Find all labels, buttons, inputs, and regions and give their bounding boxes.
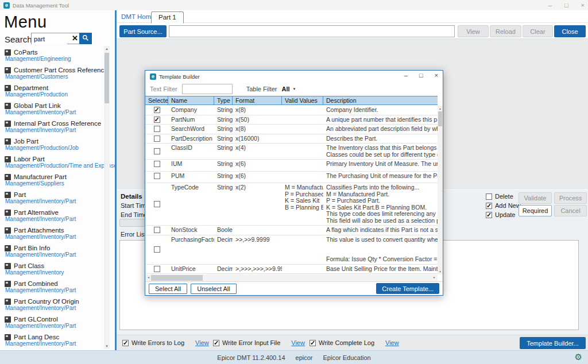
scroll-up-icon[interactable]: ▲ bbox=[438, 107, 443, 110]
unselect-all-button[interactable]: Unselect All bbox=[191, 284, 236, 294]
scroll-up-icon[interactable]: ▲ bbox=[104, 47, 110, 51]
delete-checkbox[interactable] bbox=[486, 193, 492, 200]
maximize-icon[interactable]: □ bbox=[564, 0, 568, 10]
row-checkbox[interactable] bbox=[154, 107, 160, 113]
write-errors-group: Write Errors to Log View bbox=[122, 339, 209, 346]
scrollbar-thumb[interactable] bbox=[105, 53, 109, 103]
col-selected[interactable]: Selected bbox=[145, 96, 168, 104]
reload-button[interactable]: Reload bbox=[490, 25, 521, 37]
write-errors-checkbox[interactable] bbox=[122, 340, 129, 346]
write-error-input-checkbox[interactable] bbox=[213, 340, 219, 346]
col-description[interactable]: Description bbox=[323, 96, 438, 104]
sidebar-menu-item[interactable]: Part Class Management/Inventory bbox=[0, 261, 102, 278]
template-builder-button[interactable]: Template Builder... bbox=[520, 337, 586, 349]
view-error-input-link[interactable]: View bbox=[291, 339, 305, 346]
table-vertical-scrollbar[interactable]: ▲ ▼ bbox=[438, 106, 443, 274]
scrollbar-thumb[interactable] bbox=[151, 275, 203, 281]
text-filter-input[interactable] bbox=[182, 84, 233, 94]
sidebar-menu-item[interactable]: Manufacturer Part Management/Suppliers bbox=[0, 172, 102, 189]
table-row[interactable]: Company String x(8) Company Identifier. bbox=[145, 106, 438, 115]
view-button[interactable]: View bbox=[458, 25, 489, 37]
row-checkbox[interactable] bbox=[154, 173, 160, 179]
process-button[interactable]: Process bbox=[554, 192, 587, 204]
validate-button[interactable]: Validate bbox=[519, 192, 552, 204]
write-complete-group: Write Complete Log View bbox=[310, 339, 399, 346]
table-horizontal-scrollbar[interactable]: ◄ ► bbox=[145, 274, 438, 281]
sidebar-scrollbar[interactable]: ▲ ▼ bbox=[104, 46, 110, 349]
row-checkbox[interactable] bbox=[154, 117, 160, 123]
sidebar-menu-item[interactable]: Part Bin Info Management/Inventory/Part bbox=[0, 243, 102, 261]
search-input[interactable] bbox=[32, 34, 67, 44]
table-row[interactable]: PUM String x(6) The Purchasing Unit of m… bbox=[145, 172, 438, 184]
module-icon bbox=[5, 85, 11, 91]
sidebar-menu-item[interactable]: CoParts Management/Engineering bbox=[0, 47, 102, 65]
sidebar-menu-item[interactable]: Internal Part Cross Reference Management… bbox=[0, 118, 102, 136]
table-row[interactable]: TypeCode String x(2) M = Manufactured P … bbox=[145, 183, 438, 226]
row-checkbox[interactable] bbox=[154, 148, 160, 154]
scroll-left-icon[interactable]: ◄ bbox=[147, 276, 150, 279]
row-checkbox[interactable] bbox=[154, 227, 160, 233]
clear-button[interactable]: Clear bbox=[523, 25, 553, 37]
table-row[interactable]: IUM String x(6) Primary Inventory Unit o… bbox=[145, 160, 438, 172]
update-checkbox[interactable] bbox=[486, 212, 492, 218]
scroll-right-icon[interactable]: ► bbox=[433, 276, 436, 279]
view-errors-link[interactable]: View bbox=[195, 339, 209, 346]
search-button[interactable] bbox=[79, 33, 92, 44]
dialog-close-icon[interactable]: × bbox=[435, 72, 438, 79]
cell-format: x(4) bbox=[233, 144, 282, 153]
col-name[interactable]: Name bbox=[168, 96, 214, 104]
sidebar-menu-item[interactable]: Part Country Of Origin Management/Invent… bbox=[0, 296, 102, 314]
row-checkbox[interactable] bbox=[154, 246, 160, 253]
source-file-input[interactable] bbox=[169, 25, 455, 37]
tab-part-1[interactable]: Part 1 bbox=[151, 11, 184, 24]
sidebar-menu-item[interactable]: Global Part Link Management/Inventory/Pa… bbox=[0, 100, 102, 118]
sidebar-menu-item[interactable]: Part Alternative Management/Inventory/Pa… bbox=[0, 207, 102, 225]
settings-gear-icon[interactable]: ⚙ bbox=[575, 352, 582, 362]
row-checkbox[interactable] bbox=[154, 135, 160, 142]
dialog-minimize-icon[interactable]: – bbox=[404, 72, 408, 79]
row-checkbox[interactable] bbox=[154, 266, 160, 272]
sidebar-menu-item[interactable]: Customer Part Cross Reference Management… bbox=[0, 65, 102, 83]
table-row[interactable]: SearchWord String x(8) An abbreviated pa… bbox=[145, 125, 438, 134]
scrollbar-thumb[interactable] bbox=[438, 111, 442, 126]
sidebar-menu-item[interactable]: Part GLControl Management/Inventory/Part bbox=[0, 314, 102, 332]
table-row[interactable]: NonStock Boolean A flag which indicates … bbox=[145, 226, 438, 235]
minimize-icon[interactable]: – bbox=[548, 0, 552, 10]
cell-description: Classifies Parts into the following... M… bbox=[323, 183, 438, 225]
tab-dmt-home[interactable]: DMT Home bbox=[121, 13, 155, 20]
sidebar-menu-item[interactable]: Part Combined Management/Inventory/Part bbox=[0, 278, 102, 296]
write-complete-checkbox[interactable] bbox=[310, 340, 316, 346]
col-type[interactable]: Type bbox=[214, 96, 233, 104]
clear-search-icon[interactable]: ✕ bbox=[72, 34, 78, 42]
create-template-button[interactable]: Create Template... bbox=[376, 283, 439, 294]
menu-item-label: Department bbox=[14, 84, 48, 91]
table-filter-select[interactable]: All ▼ bbox=[281, 86, 296, 92]
sidebar-menu-item[interactable]: Part Attachments Management/Inventory/Pa… bbox=[0, 225, 102, 243]
dialog-maximize-icon[interactable]: □ bbox=[419, 72, 423, 79]
row-checkbox[interactable] bbox=[154, 161, 160, 167]
scroll-down-icon[interactable]: ▼ bbox=[104, 344, 110, 348]
row-checkbox[interactable] bbox=[154, 201, 160, 207]
col-format[interactable]: Format bbox=[233, 96, 282, 104]
close-icon[interactable]: × bbox=[581, 0, 585, 10]
view-complete-link[interactable]: View bbox=[385, 339, 399, 346]
select-all-button[interactable]: Select All bbox=[149, 284, 187, 294]
sidebar-menu-item[interactable]: Job Part Management/Production/Job bbox=[0, 136, 102, 154]
part-source-button[interactable]: Part Source... bbox=[119, 25, 167, 37]
sidebar-menu-item[interactable]: Labor Part Management/Production/Time an… bbox=[0, 154, 102, 172]
close-tab-button[interactable]: Close bbox=[554, 25, 586, 37]
scroll-down-icon[interactable]: ▼ bbox=[438, 270, 443, 273]
sidebar-menu-item[interactable]: Part Management/Inventory/Part bbox=[0, 189, 102, 207]
table-row[interactable]: PartDescription String x(16000) Describe… bbox=[145, 134, 438, 144]
table-row[interactable]: PurchasingFactor Decimal >>,>>9.9999 Thi… bbox=[145, 235, 438, 265]
sidebar-menu-item[interactable]: Part Lang Desc Management/Inventory/Part bbox=[0, 332, 102, 350]
table-row[interactable]: UnitPrice Decimal >,>>>,>>>,>>9.99999 Ba… bbox=[145, 265, 438, 274]
sidebar-menu-item[interactable]: Department Management/Production bbox=[0, 83, 102, 100]
row-checkbox[interactable] bbox=[154, 126, 160, 132]
col-valid-values[interactable]: Valid Values bbox=[282, 96, 323, 104]
required-button[interactable]: Required bbox=[519, 205, 552, 216]
add-new-checkbox[interactable] bbox=[486, 203, 492, 209]
table-row[interactable]: ClassID String x(4) The Inventory class … bbox=[145, 144, 438, 160]
cancel-button[interactable]: Cancel bbox=[554, 205, 587, 216]
table-row[interactable]: PartNum String x(50) A unique part numbe… bbox=[145, 115, 438, 125]
